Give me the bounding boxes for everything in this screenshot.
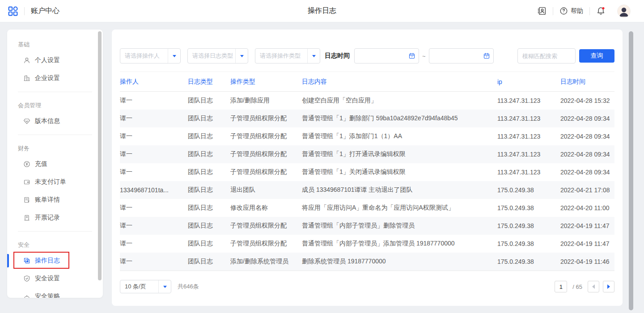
total-count: 共646条 [178, 283, 199, 291]
cell-log-type: 团队日志 [188, 240, 230, 248]
header-divider [24, 7, 25, 15]
query-button[interactable]: 查询 [579, 49, 614, 63]
sidebar-item-label: 安全设置 [35, 275, 60, 283]
wallet-icon [23, 178, 30, 186]
chevron-down-icon [307, 49, 320, 63]
sidebar-divider [18, 92, 92, 92]
header-divider [553, 7, 553, 15]
next-page-button[interactable] [603, 281, 614, 292]
range-separator: ~ [422, 53, 426, 59]
page-number-input[interactable] [555, 281, 567, 292]
bill-icon [23, 196, 30, 203]
page-title: 操作日志 [308, 6, 336, 16]
cell-log-content: 普通管理组「1」添加部门1（1）AA [302, 132, 497, 140]
cell-log-time: 2022-04-28 09:34 [560, 115, 614, 122]
sidebar-item-label: 账单详情 [35, 196, 60, 204]
cell-log-content: 普通管理组「1」打开通讯录编辑权限 [302, 150, 497, 158]
table-row: 13349687101ta... 团队日志 退出团队 成员 1334968710… [120, 181, 614, 199]
column-header-ip: ip [497, 78, 560, 85]
cell-operation-type: 子管理员组权限分配 [230, 150, 302, 158]
column-header-operation-type: 操作类型 [230, 78, 302, 86]
total-pages: / 65 [572, 283, 582, 290]
cell-operation-type: 退出团队 [230, 186, 302, 194]
cell-operator: 谭一 [120, 222, 188, 230]
column-header-log-time: 日志时间 [560, 78, 614, 86]
end-date-input[interactable]: 7 [429, 48, 494, 63]
sidebar-item-version-info[interactable]: 版本信息 [7, 112, 103, 130]
active-indicator [7, 254, 9, 267]
top-header: 账户中心 操作日志 帮助 [0, 0, 644, 22]
cell-ip: 113.247.31.123 [497, 169, 560, 176]
cell-log-time: 2022-04-28 09:34 [560, 133, 614, 140]
table-row: 谭一 团队日志 子管理员组权限分配 普通管理组「1」删除部门 59ba10a24… [120, 110, 614, 127]
log-type-select[interactable]: 请选择日志类型 [187, 48, 248, 63]
table-header-row: 操作人 日志类型 操作类型 日志内容 ip 日志时间 [120, 72, 614, 92]
sidebar-item-bill-details[interactable]: 账单详情 [7, 191, 103, 209]
cell-ip: 175.0.249.38 [497, 258, 560, 265]
prev-page-button[interactable] [588, 281, 599, 292]
cell-log-type: 团队日志 [188, 204, 230, 212]
search-input[interactable] [517, 48, 576, 63]
log-time-label: 日志时间 [325, 52, 350, 60]
sidebar-divider [18, 231, 92, 232]
filter-bar: 请选择操作人 请选择日志类型 请选择操作类型 日志时间 7 ~ 7 查询 [120, 48, 614, 63]
table-row: 谭一 团队日志 子管理员组权限分配 普通管理组「内部子管理员」删除管理员 175… [120, 217, 614, 235]
cell-ip: 113.247.31.123 [497, 97, 560, 104]
cell-log-content: 创建空白应用「空白应用」 [302, 97, 497, 105]
calendar-icon: 7 [408, 52, 415, 59]
sidebar-section-finance: 财务 [7, 144, 103, 152]
sidebar-item-invoice-records[interactable]: 开票记录 [7, 209, 103, 227]
cell-log-time: 2022-04-21 17:08 [560, 186, 614, 194]
cell-log-content: 删除系统管理员 19187770000 [302, 258, 497, 266]
column-header-operator: 操作人 [120, 78, 188, 86]
help-button[interactable]: 帮助 [559, 7, 583, 15]
operation-type-select[interactable]: 请选择操作类型 [255, 48, 320, 63]
cell-log-type: 团队日志 [188, 150, 230, 158]
user-icon [23, 57, 30, 64]
caret-right-icon [607, 284, 610, 289]
svg-text:7: 7 [486, 55, 487, 58]
app-grid-icon[interactable] [8, 6, 18, 16]
table-row: 谭一 团队日志 子管理员组权限分配 普通管理组「1」打开通讯录编辑权限 113.… [120, 145, 614, 163]
sidebar-item-label: 个人设置 [35, 56, 60, 64]
cell-operator: 谭一 [120, 150, 188, 158]
cell-operator: 谭一 [120, 204, 188, 212]
page-size-select[interactable]: 10 条/页 [120, 280, 171, 293]
content-panel: 请选择操作人 请选择日志类型 请选择操作类型 日志时间 7 ~ 7 查询 [112, 30, 623, 306]
app-title: 账户中心 [31, 6, 59, 16]
notification-bell-icon[interactable] [596, 6, 606, 16]
operator-select[interactable]: 请选择操作人 [120, 48, 181, 63]
policy-icon [23, 293, 30, 298]
cell-ip: 175.0.249.38 [497, 186, 560, 194]
user-avatar[interactable] [617, 4, 631, 18]
sidebar-scrollbar[interactable] [98, 31, 102, 280]
cell-log-content: 普通管理组「内部子管理员」添加管理员 19187770000 [302, 240, 497, 248]
cell-log-type: 团队日志 [188, 97, 230, 105]
cell-log-time: 2022-04-19 11:46 [560, 258, 614, 265]
chevron-down-icon [158, 280, 171, 293]
contact-book-icon[interactable] [537, 6, 547, 16]
sidebar-item-enterprise-settings[interactable]: 企业设置 [7, 69, 103, 87]
cell-ip: 175.0.249.38 [497, 240, 560, 247]
cell-log-content: 成员 13349687101谭谭 主动退出了团队 [302, 186, 497, 194]
sidebar-item-label: 操作日志 [35, 257, 60, 265]
sidebar: 基础 个人设置 企业设置 会员管理 [7, 30, 103, 298]
chevron-down-icon [235, 49, 248, 63]
sidebar-item-personal-settings[interactable]: 个人设置 [7, 51, 103, 69]
sidebar-item-recharge[interactable]: 充值 [7, 155, 103, 173]
cell-ip: 175.0.249.38 [497, 204, 560, 211]
sidebar-item-operation-logs[interactable]: 操作日志 [7, 252, 103, 270]
start-date-input[interactable]: 7 [354, 48, 419, 63]
sidebar-item-security-settings[interactable]: 安全设置 [7, 270, 103, 288]
notification-badge [602, 7, 604, 9]
cell-ip: 175.0.249.38 [497, 222, 560, 229]
cell-ip: 113.247.31.123 [497, 151, 560, 158]
sidebar-item-security-policy[interactable]: 安全策略 [7, 288, 103, 298]
cell-log-type: 团队日志 [188, 186, 230, 194]
page-scrollbar[interactable] [629, 31, 633, 310]
sidebar-item-label: 企业设置 [35, 74, 60, 82]
cell-operation-type: 子管理员组权限分配 [230, 132, 302, 140]
column-header-log-content: 日志内容 [302, 78, 497, 86]
sidebar-item-unpaid-orders[interactable]: 未支付订单 [7, 173, 103, 191]
cell-log-time: 2022-04-19 11:47 [560, 222, 614, 229]
